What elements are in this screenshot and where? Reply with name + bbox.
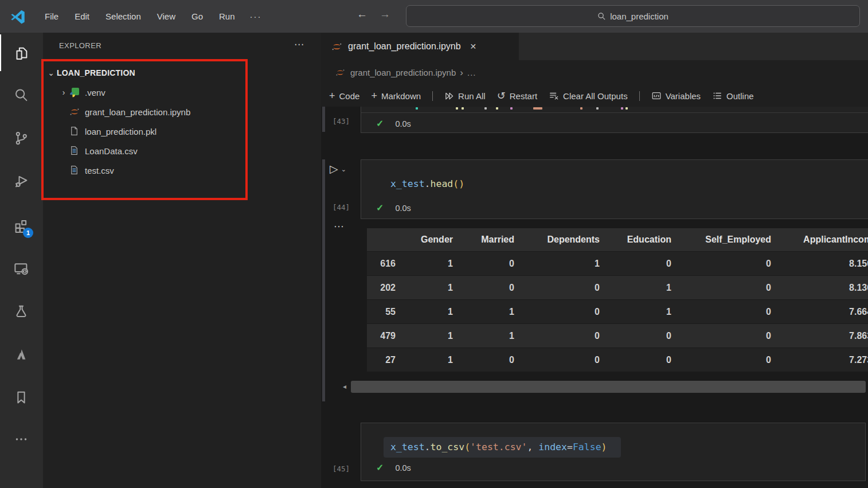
breadcrumb-more[interactable]: ... (467, 68, 476, 77)
chevron-right-icon: › (460, 67, 463, 79)
menu-file[interactable]: File (37, 8, 67, 25)
table-cell: 0 (514, 283, 600, 293)
table-cell: 0 (671, 355, 771, 365)
activity-remote-explorer[interactable] (7, 255, 35, 283)
code-token: x_test (390, 178, 425, 189)
notebook-cell-44[interactable]: x_test.head() ✓ 0.0s (361, 159, 868, 219)
table-cell: 616 (367, 259, 396, 269)
tree-item-label: .venv (85, 88, 105, 97)
tree-item-label: loan_prediction.pkl (85, 127, 157, 136)
variables-icon (651, 91, 662, 101)
nav-back-icon[interactable]: ← (357, 8, 367, 21)
run-icon: ▷ (330, 162, 338, 175)
column-header: Dependents (514, 235, 600, 245)
breadcrumb-file[interactable]: grant_loan_prediction.ipynb (350, 68, 456, 77)
activity-source-control[interactable] (7, 124, 35, 152)
explorer-actions-icon[interactable]: ⋯ (294, 38, 305, 50)
notebook-cell-45[interactable]: x_test.to_csv('test.csv', index=False) ✓… (361, 423, 866, 481)
run-all-icon (444, 91, 454, 101)
column-header: Self_Employed (671, 235, 771, 245)
horizontal-scrollbar[interactable] (351, 381, 866, 393)
activity-run-debug[interactable] (7, 167, 35, 195)
table-cell: 1 (396, 355, 453, 365)
more-icon (13, 431, 30, 448)
search-value: loan_prediction (610, 11, 668, 21)
table-cell: 8.1368 (771, 283, 868, 293)
command-center-search[interactable]: loan_prediction (406, 5, 860, 27)
activity-bookmarks[interactable] (7, 384, 35, 411)
activity-explorer[interactable] (7, 40, 35, 67)
button-label: Outline (726, 91, 754, 101)
activity-testing[interactable] (7, 298, 35, 325)
tree-item-notebook[interactable]: grant_loan_prediction.ipynb (43, 102, 321, 122)
clear-outputs-icon (549, 91, 559, 101)
table-header-row: GenderMarriedDependentsEducationSelf_Emp… (367, 228, 868, 251)
table-cell: 202 (367, 283, 396, 293)
output-actions-icon[interactable]: ⋯ (334, 220, 345, 233)
scroll-left-icon[interactable]: ◂ (343, 382, 346, 391)
remote-explorer-icon (13, 260, 30, 278)
explorer-title: EXPLORER (59, 41, 101, 50)
menu-selection[interactable]: Selection (97, 8, 149, 25)
code-line[interactable]: x_test.head() (390, 178, 464, 189)
success-check-icon: ✓ (376, 462, 384, 473)
restart-button[interactable]: ↺ Restart (497, 91, 537, 101)
table-cell: 479 (367, 331, 396, 341)
activity-extensions[interactable]: 1 (7, 212, 35, 239)
menu-view[interactable]: View (149, 8, 183, 25)
table-cell: 1 (396, 283, 453, 293)
code-fragment (625, 107, 628, 110)
code-fragment (496, 107, 498, 110)
tree-item-venv[interactable]: › .venv (43, 83, 321, 102)
add-markdown-button[interactable]: + Markdown (371, 91, 421, 101)
code-line[interactable]: x_test.to_csv('test.csv', index=False) (390, 442, 607, 452)
success-check-icon: ✓ (376, 202, 384, 213)
tab-grant-loan-prediction[interactable]: grant_loan_prediction.ipynb ✕ (321, 33, 519, 60)
code-token: 'test.csv' (470, 442, 527, 452)
table-cell: 0 (671, 331, 771, 341)
table-cell: 55 (367, 307, 396, 317)
code-fragment (533, 107, 542, 110)
add-code-button[interactable]: + Code (329, 91, 359, 101)
activity-atlassian[interactable] (7, 341, 35, 368)
code-token: ) (601, 442, 607, 452)
table-row: 27100007.2737 (367, 348, 868, 372)
code-token: ) (459, 178, 464, 189)
button-label: Clear All Outputs (563, 91, 628, 101)
activity-more[interactable] (7, 425, 35, 453)
jupyter-icon (331, 41, 342, 52)
testing-flask-icon (13, 303, 30, 320)
source-control-icon (13, 130, 30, 147)
run-all-button[interactable]: Run All (444, 91, 486, 101)
tree-item-loandata-csv[interactable]: LoanData.csv (43, 141, 321, 161)
button-label: Variables (666, 91, 701, 101)
variables-button[interactable]: Variables (651, 91, 701, 101)
menu-run[interactable]: Run (211, 8, 243, 25)
close-icon[interactable]: ✕ (470, 42, 477, 51)
tree-item-pkl[interactable]: loan_prediction.pkl (43, 122, 321, 141)
tree-item-test-csv[interactable]: test.csv (43, 161, 321, 180)
notebook-cell-43[interactable]: ✓ 0.0s (361, 107, 868, 133)
nav-forward-icon[interactable]: → (380, 8, 390, 21)
chevron-down-icon: ⌄ (45, 68, 57, 77)
menu-more-icon[interactable]: ··· (243, 8, 269, 25)
toolbar-separator (432, 91, 433, 101)
execution-duration: 0.0s (395, 119, 410, 128)
table-cell: 0 (453, 259, 514, 269)
cell-focus-bar[interactable] (322, 159, 325, 401)
active-view-indicator (0, 34, 1, 71)
chevron-down-icon: ⌄ (341, 166, 346, 173)
plus-icon: + (329, 91, 335, 101)
clear-all-outputs-button[interactable]: Clear All Outputs (549, 91, 628, 101)
tree-root-loan-prediction[interactable]: ⌄ LOAN_PREDICTION (43, 63, 321, 83)
menu-edit[interactable]: Edit (67, 8, 97, 25)
table-cell: 0 (671, 259, 771, 269)
code-token: head (431, 178, 453, 189)
table-cell: 7.6648 (771, 307, 868, 317)
run-cell-button[interactable]: ▷ ⌄ (330, 162, 346, 175)
menu-bar: File Edit Selection View Go Run ··· (37, 8, 269, 25)
outline-button[interactable]: Outline (712, 91, 754, 101)
activity-search[interactable] (7, 81, 35, 109)
code-token: index (538, 442, 567, 452)
menu-go[interactable]: Go (183, 8, 211, 25)
